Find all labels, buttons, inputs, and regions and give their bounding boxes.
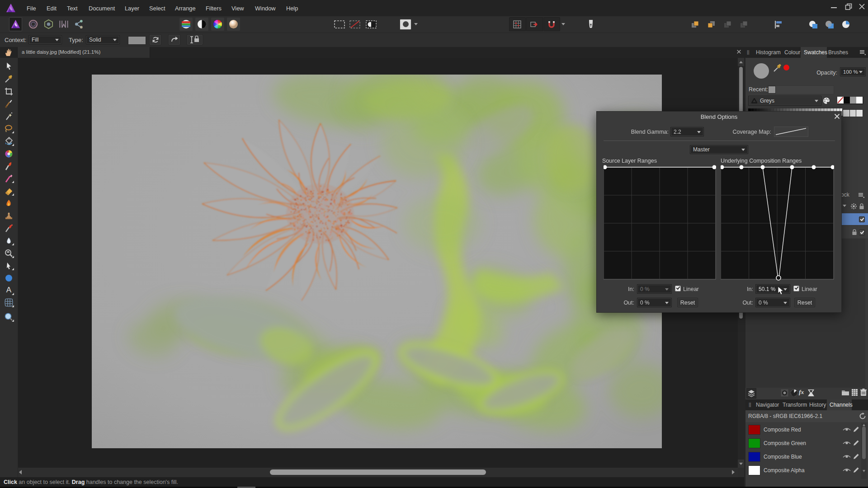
svg-text:A: A bbox=[6, 286, 12, 294]
